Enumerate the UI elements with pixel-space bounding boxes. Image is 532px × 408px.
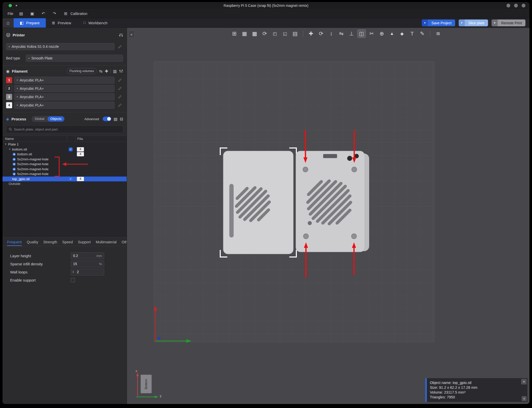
tab-others[interactable]: Others: [122, 240, 127, 246]
window-maximize-dot[interactable]: [514, 4, 518, 8]
edit-filament-button[interactable]: [117, 77, 123, 83]
tree-row-magnet-hole[interactable]: 5x2mm-magnet-hole: [3, 157, 127, 162]
search-input[interactable]: [14, 127, 121, 131]
tree-row-part[interactable]: bottom.stl 4: [3, 152, 127, 157]
filament-4-badge[interactable]: 4: [6, 102, 12, 108]
tab-quality[interactable]: Quality: [27, 240, 38, 246]
object-bottom[interactable]: [296, 151, 369, 252]
filament-3-badge[interactable]: 3: [6, 94, 12, 100]
tree-row-plate[interactable]: ▼ Plate 1: [3, 142, 127, 147]
viewport-3d[interactable]: « ⊞ ▦ ▩ ⟳ ◰ ◱ ▤ ✚ ⟳ ↕ ⇋ ⊥ ◫ ✂ ⊕ ▲ ◆ T: [127, 28, 529, 404]
printer-select[interactable]: ▾ Anycubic Kobra S1 0.4 nozzle: [6, 43, 115, 50]
chevron-down-icon[interactable]: ▾: [492, 19, 498, 26]
orientation-widget[interactable]: x Bottom y: [134, 369, 171, 399]
chevron-down-icon[interactable]: ▾: [422, 19, 428, 26]
collapse-arrow-icon[interactable]: ▼: [5, 142, 7, 147]
tree-row-magnet-hole[interactable]: 5x2mm-magnet-hole: [3, 171, 127, 177]
add-plate-icon[interactable]: ▦: [240, 29, 249, 38]
add-object-icon[interactable]: ⊞: [230, 29, 239, 38]
scope-objects[interactable]: Objects: [48, 116, 64, 121]
rotate-icon[interactable]: ⟳: [317, 29, 325, 38]
scope-global[interactable]: Global: [32, 116, 47, 121]
undo-icon[interactable]: ↶: [40, 10, 47, 17]
support-paint-icon[interactable]: ▲: [388, 29, 396, 38]
mirror-icon[interactable]: ⇋: [337, 29, 346, 38]
edit-printer-button[interactable]: [117, 43, 123, 50]
save-icon[interactable]: ▣: [29, 10, 36, 17]
sync-filament-icon[interactable]: ⇆: [99, 69, 102, 74]
filament-2-badge[interactable]: 2: [6, 85, 12, 92]
filament-3-select[interactable]: ▾ Anycubic PLA+: [14, 93, 115, 100]
expert-list-icon[interactable]: ▤: [114, 117, 117, 121]
object-top-gpio[interactable]: [220, 148, 296, 257]
collapse-sidebar-button[interactable]: «: [128, 30, 135, 38]
menu-file[interactable]: File: [8, 12, 13, 16]
printer-settings-icon[interactable]: [119, 33, 123, 37]
view-cube-bottom[interactable]: Bottom: [141, 375, 152, 393]
tree-row-magnet-hole[interactable]: 5x2mm-magnet-hole: [3, 167, 127, 172]
tree-row-magnet-hole[interactable]: 5x2mm-magnet-hole: [3, 162, 127, 167]
move-icon[interactable]: ✚: [307, 29, 315, 38]
split-to-parts-icon[interactable]: ◱: [281, 29, 289, 38]
tree-row-object-bottom[interactable]: ▼ bottom.stl 4: [3, 147, 127, 152]
edit-filament-button[interactable]: [117, 85, 123, 92]
filament-2-select[interactable]: ▾ Anycubic PLA+: [14, 85, 115, 92]
edit-filament-button[interactable]: [117, 94, 123, 100]
filament-library-icon[interactable]: ▥: [113, 69, 117, 74]
advanced-toggle[interactable]: [103, 117, 111, 121]
wall-loops-stepper[interactable]: ▲▼ 2: [71, 269, 104, 275]
filament-assignment[interactable]: 4: [77, 152, 84, 156]
printable-checkbox[interactable]: [69, 147, 73, 151]
tab-multimaterial[interactable]: Multimaterial: [96, 240, 117, 246]
home-button[interactable]: ⌂: [3, 18, 14, 28]
calibration-icon[interactable]: ⊞: [62, 10, 69, 17]
stepper-arrows-icon[interactable]: ▲▼: [71, 270, 75, 273]
text-icon[interactable]: T: [408, 29, 416, 38]
layer-height-input[interactable]: 0.2 mm: [71, 252, 104, 259]
close-info-button[interactable]: ×: [521, 379, 527, 384]
lay-flat-icon[interactable]: ⊥: [347, 29, 356, 38]
collapse-arrow-icon[interactable]: ▼: [9, 147, 11, 152]
filament-assignment[interactable]: 4: [77, 177, 84, 181]
chevron-down-icon[interactable]: ▾: [459, 19, 465, 26]
tab-preview[interactable]: ≣ Preview: [46, 18, 77, 28]
window-close-dot[interactable]: [522, 4, 525, 8]
copy-info-button[interactable]: ≡: [522, 396, 527, 401]
slice-plate-button[interactable]: ▾ Slice plate: [459, 19, 488, 26]
param-tree-icon[interactable]: ⊟: [120, 117, 123, 121]
seam-paint-icon[interactable]: ◆: [398, 29, 406, 38]
bed-type-select[interactable]: ▾ Smooth Plate: [26, 55, 123, 62]
split-to-objects-icon[interactable]: ◰: [271, 29, 279, 38]
redo-icon[interactable]: ↷: [51, 10, 58, 17]
tab-speed[interactable]: Speed: [62, 240, 73, 246]
window-minimize-dot[interactable]: [506, 4, 510, 8]
menu-calibration[interactable]: Calibration: [71, 12, 87, 16]
infill-input[interactable]: 15 %: [71, 261, 104, 267]
notes-icon[interactable]: ▤: [18, 10, 25, 17]
split-icon[interactable]: ◫: [357, 29, 366, 38]
tab-support[interactable]: Support: [78, 240, 91, 246]
printable-checkbox[interactable]: [69, 177, 73, 181]
scale-icon[interactable]: ↕: [327, 29, 336, 38]
add-filament-icon[interactable]: ✚: [105, 69, 108, 74]
auto-orient-icon[interactable]: ⟳: [260, 29, 269, 38]
mesh-boolean-icon[interactable]: ⊕: [378, 29, 386, 38]
edit-filament-button[interactable]: [117, 102, 123, 109]
enable-support-checkbox[interactable]: [71, 278, 75, 282]
tree-row-outside[interactable]: Outside: [3, 181, 127, 186]
cut-icon[interactable]: ✂: [367, 29, 376, 38]
filament-1-badge[interactable]: 1: [6, 77, 12, 83]
filament-1-select[interactable]: ▾ Anycubic PLA+: [14, 77, 115, 84]
remote-print-button[interactable]: ▾ Remote Print: [492, 19, 525, 26]
tab-strength[interactable]: Strength: [43, 240, 57, 246]
auto-arrange-icon[interactable]: ▩: [250, 29, 259, 38]
tab-workbench[interactable]: ∷ Workbench: [77, 18, 114, 28]
plate-settings-icon[interactable]: ▤: [291, 29, 299, 38]
filament-settings-icon[interactable]: [119, 69, 123, 73]
filament-assignment[interactable]: 4: [77, 147, 84, 152]
tree-row-object-top-gpio[interactable]: top_gpio.stl 4: [3, 177, 127, 182]
variable-layer-height-icon[interactable]: ≋: [434, 29, 442, 38]
flushing-volumes-button[interactable]: Flushing volumes: [67, 68, 97, 74]
tab-frequent[interactable]: Frequent: [7, 240, 22, 246]
save-project-button[interactable]: ▾ Save Project: [422, 19, 455, 26]
